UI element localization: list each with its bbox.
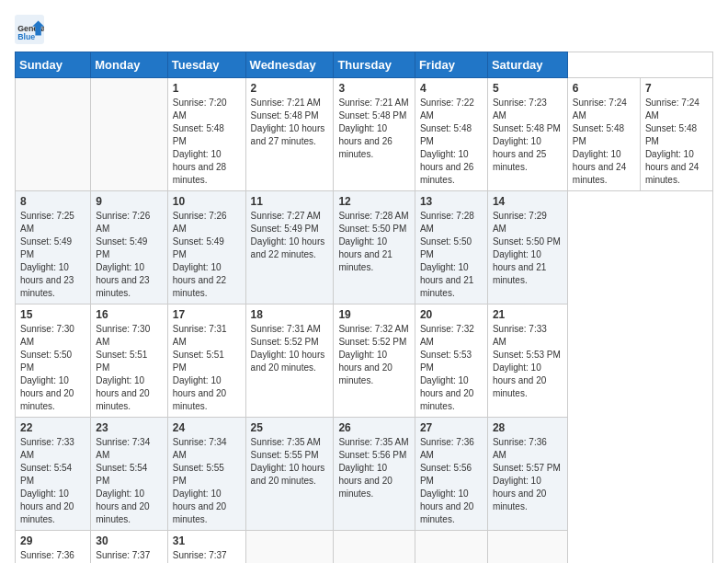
day-number: 17 (173, 308, 241, 321)
day-info: Sunrise: 7:21 AM Sunset: 5:48 PM Dayligh… (338, 97, 410, 161)
day-number: 23 (96, 421, 162, 434)
calendar-cell: 21 Sunrise: 7:33 AM Sunset: 5:53 PM Dayl… (487, 304, 567, 418)
day-number: 14 (493, 195, 563, 208)
svg-text:Blue: Blue (17, 32, 35, 41)
calendar-cell: 12 Sunrise: 7:28 AM Sunset: 5:50 PM Dayl… (334, 191, 415, 304)
calendar-cell: 3 Sunrise: 7:21 AM Sunset: 5:48 PM Dayli… (334, 78, 415, 191)
calendar-cell (487, 531, 567, 564)
day-info: Sunrise: 7:35 AM Sunset: 5:56 PM Dayligh… (338, 436, 410, 500)
calendar-cell: 19 Sunrise: 7:32 AM Sunset: 5:52 PM Dayl… (334, 304, 415, 418)
logo: General Blue (15, 15, 48, 44)
day-number: 13 (420, 195, 483, 208)
day-number: 2 (251, 82, 329, 95)
day-number: 9 (96, 195, 162, 208)
calendar-cell (91, 78, 167, 191)
day-info: Sunrise: 7:24 AM Sunset: 5:48 PM Dayligh… (645, 97, 708, 187)
day-number: 22 (20, 421, 85, 434)
header: General Blue (15, 15, 713, 44)
calendar-cell (415, 531, 487, 564)
day-number: 18 (251, 308, 329, 321)
calendar-cell: 31 Sunrise: 7:37 AM Sunset: 5:59 PM Dayl… (167, 531, 245, 564)
calendar-cell: 4 Sunrise: 7:22 AM Sunset: 5:48 PM Dayli… (415, 78, 487, 191)
day-info: Sunrise: 7:25 AM Sunset: 5:49 PM Dayligh… (20, 210, 85, 300)
day-info: Sunrise: 7:35 AM Sunset: 5:55 PM Dayligh… (251, 436, 329, 488)
day-number: 28 (493, 421, 563, 434)
calendar-header-row: SundayMondayTuesdayWednesdayThursdayFrid… (16, 52, 713, 78)
header-day-tuesday: Tuesday (167, 52, 245, 78)
calendar-cell: 17 Sunrise: 7:31 AM Sunset: 5:51 PM Dayl… (167, 304, 245, 418)
day-number: 27 (420, 421, 483, 434)
day-info: Sunrise: 7:37 AM Sunset: 5:59 PM Dayligh… (173, 549, 241, 563)
calendar-cell (245, 531, 334, 564)
week-row-4: 22 Sunrise: 7:33 AM Sunset: 5:54 PM Dayl… (16, 418, 713, 531)
calendar-cell (334, 531, 415, 564)
day-number: 7 (645, 82, 708, 95)
day-info: Sunrise: 7:36 AM Sunset: 5:57 PM Dayligh… (493, 436, 563, 513)
day-info: Sunrise: 7:29 AM Sunset: 5:50 PM Dayligh… (493, 210, 563, 287)
calendar-cell: 9 Sunrise: 7:26 AM Sunset: 5:49 PM Dayli… (91, 191, 167, 304)
day-number: 21 (493, 308, 563, 321)
day-info: Sunrise: 7:36 AM Sunset: 5:58 PM Dayligh… (20, 549, 85, 563)
calendar-table: SundayMondayTuesdayWednesdayThursdayFrid… (15, 52, 713, 563)
day-info: Sunrise: 7:28 AM Sunset: 5:50 PM Dayligh… (420, 210, 483, 300)
day-number: 20 (420, 308, 483, 321)
calendar-cell: 20 Sunrise: 7:32 AM Sunset: 5:53 PM Dayl… (415, 304, 487, 418)
day-number: 29 (20, 534, 85, 547)
day-info: Sunrise: 7:30 AM Sunset: 5:51 PM Dayligh… (96, 323, 162, 413)
day-info: Sunrise: 7:20 AM Sunset: 5:48 PM Dayligh… (173, 97, 241, 187)
calendar-cell: 16 Sunrise: 7:30 AM Sunset: 5:51 PM Dayl… (91, 304, 167, 418)
calendar-cell: 15 Sunrise: 7:30 AM Sunset: 5:50 PM Dayl… (16, 304, 91, 418)
day-info: Sunrise: 7:33 AM Sunset: 5:53 PM Dayligh… (493, 323, 563, 400)
day-info: Sunrise: 7:21 AM Sunset: 5:48 PM Dayligh… (251, 97, 329, 148)
day-number: 15 (20, 308, 85, 321)
day-info: Sunrise: 7:28 AM Sunset: 5:50 PM Dayligh… (338, 210, 410, 274)
day-info: Sunrise: 7:27 AM Sunset: 5:49 PM Dayligh… (251, 210, 329, 261)
week-row-3: 15 Sunrise: 7:30 AM Sunset: 5:50 PM Dayl… (16, 304, 713, 418)
calendar-cell: 23 Sunrise: 7:34 AM Sunset: 5:54 PM Dayl… (91, 418, 167, 531)
day-info: Sunrise: 7:32 AM Sunset: 5:53 PM Dayligh… (420, 323, 483, 413)
day-info: Sunrise: 7:30 AM Sunset: 5:50 PM Dayligh… (20, 323, 85, 413)
calendar-cell: 7 Sunrise: 7:24 AM Sunset: 5:48 PM Dayli… (640, 78, 712, 191)
day-info: Sunrise: 7:26 AM Sunset: 5:49 PM Dayligh… (173, 210, 241, 300)
week-row-2: 8 Sunrise: 7:25 AM Sunset: 5:49 PM Dayli… (16, 191, 713, 304)
week-row-5: 29 Sunrise: 7:36 AM Sunset: 5:58 PM Dayl… (16, 531, 713, 564)
calendar-cell: 22 Sunrise: 7:33 AM Sunset: 5:54 PM Dayl… (16, 418, 91, 531)
logo-icon: General Blue (15, 15, 44, 44)
calendar-cell (16, 78, 91, 191)
calendar-cell: 2 Sunrise: 7:21 AM Sunset: 5:48 PM Dayli… (245, 78, 334, 191)
header-day-sunday: Sunday (16, 52, 91, 78)
day-info: Sunrise: 7:31 AM Sunset: 5:52 PM Dayligh… (251, 323, 329, 374)
day-number: 11 (251, 195, 329, 208)
day-number: 25 (251, 421, 329, 434)
day-number: 4 (420, 82, 483, 95)
day-number: 5 (493, 82, 563, 95)
calendar-cell: 10 Sunrise: 7:26 AM Sunset: 5:49 PM Dayl… (167, 191, 245, 304)
day-number: 6 (573, 82, 635, 95)
day-info: Sunrise: 7:37 AM Sunset: 5:58 PM Dayligh… (96, 549, 162, 563)
day-info: Sunrise: 7:23 AM Sunset: 5:48 PM Dayligh… (493, 97, 563, 174)
day-number: 31 (173, 534, 241, 547)
day-number: 19 (338, 308, 410, 321)
calendar-cell: 18 Sunrise: 7:31 AM Sunset: 5:52 PM Dayl… (245, 304, 334, 418)
day-number: 30 (96, 534, 162, 547)
calendar-cell: 5 Sunrise: 7:23 AM Sunset: 5:48 PM Dayli… (487, 78, 567, 191)
calendar-cell: 30 Sunrise: 7:37 AM Sunset: 5:58 PM Dayl… (91, 531, 167, 564)
header-day-saturday: Saturday (487, 52, 567, 78)
header-day-monday: Monday (91, 52, 167, 78)
calendar-cell: 8 Sunrise: 7:25 AM Sunset: 5:49 PM Dayli… (16, 191, 91, 304)
calendar-cell: 13 Sunrise: 7:28 AM Sunset: 5:50 PM Dayl… (415, 191, 487, 304)
header-day-wednesday: Wednesday (245, 52, 334, 78)
day-info: Sunrise: 7:31 AM Sunset: 5:51 PM Dayligh… (173, 323, 241, 413)
calendar-cell: 26 Sunrise: 7:35 AM Sunset: 5:56 PM Dayl… (334, 418, 415, 531)
day-number: 16 (96, 308, 162, 321)
day-info: Sunrise: 7:24 AM Sunset: 5:48 PM Dayligh… (573, 97, 635, 187)
day-info: Sunrise: 7:34 AM Sunset: 5:54 PM Dayligh… (96, 436, 162, 526)
header-day-thursday: Thursday (334, 52, 415, 78)
calendar-cell: 6 Sunrise: 7:24 AM Sunset: 5:48 PM Dayli… (567, 78, 640, 191)
calendar-cell: 25 Sunrise: 7:35 AM Sunset: 5:55 PM Dayl… (245, 418, 334, 531)
day-info: Sunrise: 7:36 AM Sunset: 5:56 PM Dayligh… (420, 436, 483, 526)
header-day-friday: Friday (415, 52, 487, 78)
week-row-1: 1 Sunrise: 7:20 AM Sunset: 5:48 PM Dayli… (16, 78, 713, 191)
day-number: 24 (173, 421, 241, 434)
day-number: 26 (338, 421, 410, 434)
